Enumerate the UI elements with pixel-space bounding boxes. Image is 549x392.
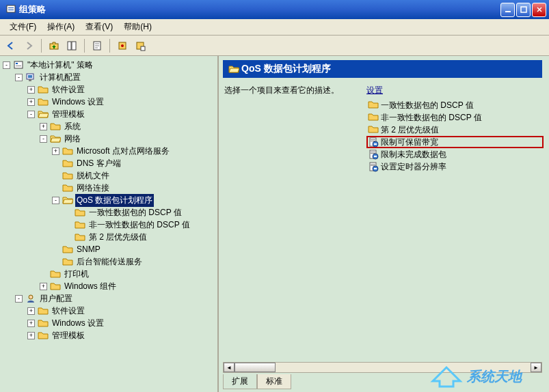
folder-icon: [50, 122, 61, 131]
svg-rect-13: [14, 61, 23, 68]
tree-pane[interactable]: -"本地计算机" 策略-计算机配置+软件设置+Windows 设置-管理模板+系…: [0, 56, 219, 392]
tree-label: 网络: [63, 132, 82, 145]
up-button[interactable]: [46, 38, 62, 54]
collapse-icon[interactable]: -: [15, 295, 23, 303]
expand-icon[interactable]: +: [40, 283, 47, 290]
show-hide-tree-button[interactable]: [64, 38, 80, 54]
tree-node-ms_p2p[interactable]: +Microsoft 点对点网络服务: [0, 145, 217, 157]
tree-node-qos3[interactable]: 第 2 层优先级值: [0, 231, 217, 243]
folder-icon: [50, 281, 61, 291]
svg-rect-29: [374, 156, 377, 157]
svg-rect-3: [505, 11, 511, 12]
tab-standard[interactable]: 标准: [257, 374, 291, 389]
tree-label: Windows 设置: [51, 96, 105, 109]
folder-icon: [62, 244, 73, 254]
tree-node-offline[interactable]: 脱机文件: [0, 169, 217, 182]
list-item[interactable]: 非一致性数据包的 DSCP 值: [366, 111, 544, 124]
tree-node-snmp[interactable]: SNMP: [0, 243, 217, 255]
tree-node-bgts[interactable]: 后台智能传送服务: [0, 255, 217, 268]
expand-icon[interactable]: +: [27, 320, 35, 327]
tree-node-computer[interactable]: -计算机配置: [0, 71, 217, 83]
tree-node-netconn[interactable]: 网络连接: [0, 182, 217, 194]
list-item[interactable]: 设置定时器分辨率: [366, 160, 544, 173]
minimize-button[interactable]: [500, 3, 515, 17]
menu-view[interactable]: 查看(V): [80, 20, 118, 34]
tree-node-root[interactable]: -"本地计算机" 策略: [0, 59, 217, 71]
svg-point-10: [121, 44, 124, 47]
tree-node-network[interactable]: -网络: [0, 132, 217, 145]
collapse-icon[interactable]: -: [15, 74, 23, 81]
scroll-left-button[interactable]: ◄: [224, 363, 235, 372]
list-item[interactable]: 限制未完成数据包: [366, 148, 544, 160]
folder-icon: [38, 306, 49, 316]
expand-icon[interactable]: +: [27, 307, 35, 315]
list-item[interactable]: 一致性数据包的 DSCP 值: [366, 99, 544, 111]
tree-label: Windows 设置: [51, 317, 105, 330]
tree-node-qos[interactable]: -QoS 数据包计划程序: [0, 194, 217, 206]
tree-label: 计算机配置: [38, 71, 82, 84]
tree-node-system[interactable]: +系统: [0, 120, 217, 132]
tree-node-uadmin[interactable]: +管理模板: [0, 329, 217, 341]
svg-rect-4: [521, 7, 526, 12]
menu-help[interactable]: 帮助(H): [118, 20, 157, 34]
expand-icon[interactable]: +: [40, 123, 47, 130]
tree-label: 第 2 层优先级值: [88, 231, 148, 244]
tree-node-winset[interactable]: +Windows 设置: [0, 96, 217, 108]
description-text: 选择一个项目来查看它的描述。: [224, 85, 361, 356]
tree-label: "本地计算机" 策略: [26, 59, 94, 72]
svg-rect-21: [371, 139, 375, 140]
list-item[interactable]: 限制可保留带宽: [366, 136, 544, 148]
folder-icon: [368, 112, 379, 123]
collapse-icon[interactable]: -: [40, 135, 47, 143]
folder-icon: [62, 158, 73, 168]
svg-rect-1: [8, 8, 14, 8]
tree-node-qos1[interactable]: 一致性数据包的 DSCP 值: [0, 206, 217, 219]
folder-icon: [62, 183, 73, 193]
filter-button[interactable]: [132, 38, 148, 54]
titlebar: 组策略: [0, 0, 549, 19]
settings-list[interactable]: 设置 一致性数据包的 DSCP 值非一致性数据包的 DSCP 值第 2 层优先级…: [366, 85, 544, 356]
tree-node-admintpl[interactable]: -管理模板: [0, 108, 217, 120]
menu-file[interactable]: 文件(F): [4, 20, 42, 34]
export-button[interactable]: [114, 38, 131, 54]
collapse-icon[interactable]: -: [52, 197, 59, 204]
tree-node-qos2[interactable]: 非一致性数据包的 DSCP 值: [0, 219, 217, 231]
forward-button[interactable]: [21, 38, 37, 54]
close-button[interactable]: [532, 3, 546, 17]
list-item-label: 一致性数据包的 DSCP 值: [381, 100, 474, 111]
folder-icon: [25, 294, 36, 303]
tree-node-wincomp[interactable]: +Windows 组件: [0, 280, 217, 292]
details-pane: QoS 数据包计划程序 选择一个项目来查看它的描述。 设置 一致性数据包的 DS…: [219, 56, 549, 392]
tree-node-user[interactable]: -用户配置: [0, 292, 217, 305]
tree-label: Windows 组件: [63, 280, 118, 293]
expand-icon[interactable]: +: [27, 86, 35, 94]
properties-button[interactable]: [89, 38, 105, 54]
tab-extended[interactable]: 扩展: [223, 374, 257, 389]
svg-rect-0: [7, 5, 15, 12]
tree-node-printer[interactable]: 打印机: [0, 268, 217, 280]
tree-node-usw[interactable]: +软件设置: [0, 305, 217, 317]
expand-icon[interactable]: +: [52, 148, 59, 155]
scroll-thumb[interactable]: [235, 363, 276, 372]
policy-icon: [368, 137, 379, 148]
expand-icon[interactable]: +: [27, 332, 35, 339]
collapse-icon[interactable]: -: [3, 61, 10, 69]
tree-label: Microsoft 点对点网络服务: [75, 145, 171, 158]
tree-node-sw[interactable]: +软件设置: [0, 83, 217, 96]
list-item-label: 第 2 层优先级值: [381, 124, 439, 136]
folder-icon: [62, 257, 73, 266]
list-item-label: 限制可保留带宽: [381, 137, 438, 148]
settings-column-header[interactable]: 设置: [366, 85, 544, 96]
tree-node-dns[interactable]: DNS 客户端: [0, 157, 217, 169]
svg-text:系统天地: 系统天地: [466, 369, 523, 384]
back-button[interactable]: [3, 38, 19, 54]
list-item[interactable]: 第 2 层优先级值: [366, 124, 544, 136]
maximize-button[interactable]: [516, 3, 531, 17]
tree-node-uwinset[interactable]: +Windows 设置: [0, 317, 217, 329]
menu-action[interactable]: 操作(A): [42, 20, 80, 34]
expand-icon[interactable]: +: [27, 98, 35, 106]
folder-icon: [38, 318, 49, 328]
collapse-icon[interactable]: -: [27, 111, 35, 118]
svg-point-19: [29, 295, 33, 299]
svg-rect-6: [68, 42, 71, 50]
